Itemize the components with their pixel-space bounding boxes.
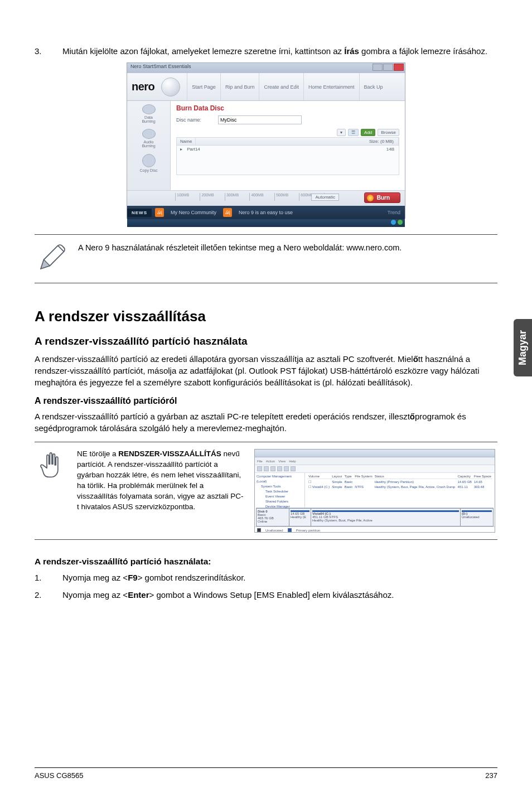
- dm-volume-list: Volume Layout Type File System Status Ca…: [305, 473, 495, 508]
- dm-titlebar: [255, 450, 495, 457]
- disc-name-input: [218, 115, 302, 124]
- leg-0: Unallocated: [265, 529, 283, 532]
- row-size: 14B: [383, 146, 399, 153]
- leg-sq-1: [257, 528, 261, 532]
- tree-2: Task Scheduler: [257, 489, 303, 494]
- toolbar-btn-3: Home Entertainment: [303, 73, 359, 100]
- min-icon: [373, 64, 383, 71]
- paragraph-1: A rendszer-visszaállító partíció az ered…: [35, 353, 497, 388]
- dm-menu-help: Help: [289, 460, 296, 463]
- footer-product: ASUS CG8565: [35, 771, 83, 780]
- dmcol-5: Capacity: [457, 474, 473, 479]
- step2-num: 2.: [35, 590, 47, 601]
- subsub-heading: A rendszer-visszaállító partícióról: [35, 396, 497, 406]
- step3-bold: Írás: [344, 46, 359, 56]
- side-lbl-2: Copy Disc: [140, 168, 158, 172]
- audio-icon: [142, 129, 156, 139]
- dmcol-4: Status: [374, 474, 457, 479]
- copy-icon: [142, 154, 156, 167]
- nero-screenshot: Nero StartSmart Essentials nero Start Pa…: [127, 62, 405, 219]
- disk0-header: Disk 0 Basic 465.76 GB Online: [256, 508, 289, 526]
- sub-heading: A rendszer-visszaállító partíció használ…: [35, 335, 497, 347]
- add-button: Add: [361, 129, 375, 136]
- s2c: > gombot a Windows Setup [EMS Enabled] e…: [149, 590, 394, 600]
- dm-volume-graphic: Disk 0 Basic 465.76 GB Online 14.65 GB H…: [256, 508, 494, 526]
- sidebar-item-copy: Copy Disc: [138, 153, 159, 172]
- hand-icon: [37, 449, 67, 481]
- dm-ico: [264, 466, 269, 471]
- leg-sq-2: [288, 528, 292, 532]
- col-sizenote: Size: (0 MB): [366, 138, 399, 145]
- file-table: NameSize: (0 MB) Name ▸ Part1414B: [176, 137, 399, 175]
- view-list-btn: ☰: [348, 129, 359, 136]
- partition-1: 14.65 GB Healthy (E: [289, 508, 311, 526]
- tree-1: System Tools: [257, 484, 303, 489]
- dmcol-0: Volume: [307, 474, 331, 479]
- step1-text: Nyomja meg az <F9> gombot rendszerindítá…: [62, 572, 497, 583]
- note-text: A Nero 9 használatának részleteit illető…: [78, 243, 495, 254]
- section-heading: A rendszer visszaállítása: [35, 308, 497, 325]
- dm-menu-view: View: [278, 460, 286, 463]
- trend-label: Trend: [388, 210, 400, 215]
- sidebar-item-data: Data Burning: [138, 104, 159, 123]
- dot-green: [398, 220, 403, 225]
- part2-bar: [312, 510, 459, 512]
- nero-footer: [127, 219, 405, 227]
- language-tab: Magyar: [514, 319, 532, 376]
- row-name: Part14: [183, 146, 204, 153]
- nero-news-bar: NEWS ௮ My Nero Community ௮ Nero 9 is an …: [127, 206, 405, 219]
- rss-icon: ௮: [155, 208, 164, 217]
- pencil-icon: [37, 243, 67, 275]
- s2b: Enter: [128, 590, 149, 600]
- dm-ico: [284, 466, 289, 471]
- warn-b: RENDSZER-VISSZAÁLLÍTÁS: [118, 450, 221, 458]
- dmcol-6: Free Space: [473, 474, 492, 479]
- step-number: 3.: [35, 46, 47, 57]
- toolbar-btn-2: Create and Edit: [259, 73, 303, 100]
- tick-2: 300MB: [225, 193, 239, 201]
- step3-b: gombra a fájlok lemezre írásához.: [359, 46, 487, 56]
- paragraph-2: A rendszer-visszaállító partíció a gyárb…: [35, 410, 497, 434]
- max-icon: [383, 64, 393, 71]
- nero-titlebar: Nero StartSmart Essentials: [127, 63, 405, 73]
- disk-management-screenshot: File Action View Help Computer Managemen…: [254, 449, 495, 533]
- nero-orb-icon: [161, 78, 180, 96]
- side-lbl-0: Data Burning: [138, 115, 159, 123]
- p1-stat: Healthy (E: [291, 515, 306, 519]
- browse-button: Browse: [378, 129, 399, 136]
- dm-menu-action: Action: [266, 460, 275, 463]
- footer-page-number: 237: [485, 771, 497, 780]
- tick-3: 400MB: [249, 193, 263, 201]
- dm-menubar: File Action View Help: [255, 457, 495, 465]
- tick-0: 100MB: [175, 193, 189, 201]
- nero-window-title: Nero StartSmart Essentials: [130, 64, 191, 69]
- toolbar-btn-4: Back Up: [359, 73, 388, 100]
- dm-ico: [257, 466, 262, 471]
- disc-name-label: Disc name:: [176, 117, 201, 123]
- step3-a: Miután kijelölte azon fájlokat, amelyeke…: [62, 46, 344, 56]
- recorder-select: Automatic: [311, 194, 339, 201]
- toolbar-btn-0: Start Page: [187, 73, 220, 100]
- p3-stat: Unallocated: [462, 515, 480, 519]
- tree-3: Event Viewer: [257, 494, 303, 499]
- note-block: A Nero 9 használatának részleteit illető…: [35, 234, 497, 283]
- partition-3: (D:) Unallocated: [460, 508, 494, 526]
- dmcol-1: Layout: [331, 474, 343, 479]
- usage-heading: A rendszer-visszaállító partíció használ…: [35, 557, 497, 567]
- nero-toolbar: nero Start Page Rip and Burn Create and …: [127, 73, 405, 101]
- sidebar-item-audio: Audio Burning: [138, 129, 159, 148]
- dm-toolbar: [255, 465, 495, 473]
- step2-text: Nyomja meg az <Enter> gombot a Windows S…: [62, 590, 497, 601]
- leg-1: Primary partition: [296, 529, 321, 532]
- dm-ico: [277, 466, 282, 471]
- dot-blue: [391, 220, 396, 225]
- disk0-status: Online: [258, 520, 267, 523]
- disc-icon: [142, 104, 156, 114]
- dm-menu-file: File: [257, 460, 263, 463]
- s1c: > gombot rendszerindításkor.: [138, 573, 246, 582]
- toolbar-btn-1: Rip and Burn: [220, 73, 259, 100]
- view-icons-btn: ▾: [337, 129, 346, 136]
- col-name: Name: [177, 138, 196, 145]
- close-icon: [394, 64, 404, 71]
- warn-c: nevű partíciót. A rendszer-visszaállító …: [77, 450, 244, 510]
